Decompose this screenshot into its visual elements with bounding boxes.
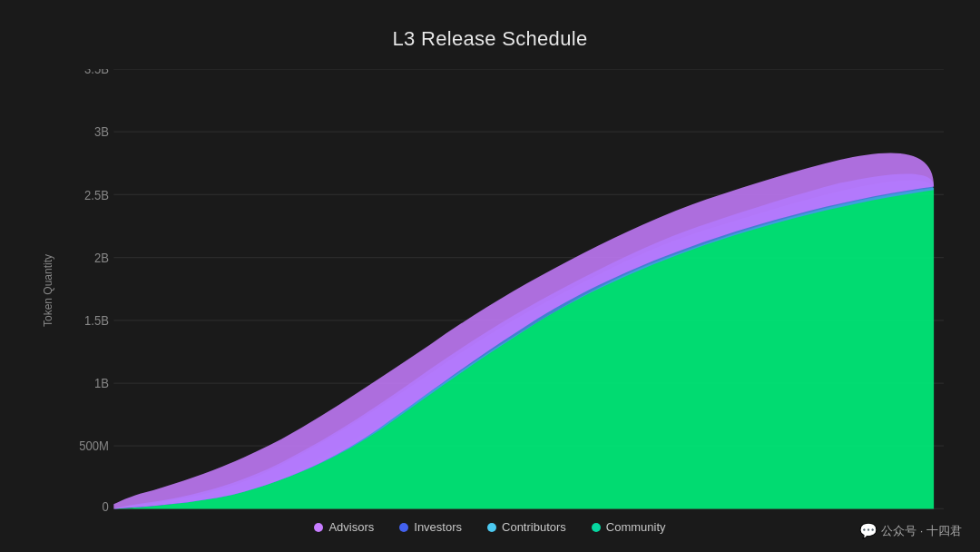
watermark: 💬 公众号 · 十四君	[859, 522, 962, 539]
chart-legend: Advisors Investors Contributors Communit…	[314, 520, 665, 534]
advisors-dot	[314, 523, 323, 532]
chart-svg: 3.5B 3B 2.5B 2B 1.5B 1B 500M 0	[54, 69, 944, 511]
svg-text:3.5B: 3.5B	[84, 69, 109, 76]
svg-text:1B: 1B	[94, 375, 109, 390]
legend-community: Community	[592, 520, 666, 534]
investors-label: Investors	[414, 520, 462, 534]
investors-dot	[399, 523, 408, 532]
legend-advisors: Advisors	[314, 520, 374, 534]
contributors-label: Contributors	[502, 520, 566, 534]
chart-area: Token Quantity 3.5B 3B 2.5B	[36, 69, 944, 511]
wechat-icon: 💬	[859, 522, 877, 539]
svg-text:500M: 500M	[79, 438, 109, 453]
chart-container: L3 Release Schedule Token Quantity 3.5B	[0, 0, 980, 552]
legend-contributors: Contributors	[487, 520, 566, 534]
svg-text:1.5B: 1.5B	[84, 312, 109, 328]
community-label: Community	[606, 520, 666, 534]
community-dot	[592, 523, 601, 532]
legend-investors: Investors	[399, 520, 462, 534]
chart-inner: 3.5B 3B 2.5B 2B 1.5B 1B 500M 0	[54, 69, 944, 511]
chart-plot: 3.5B 3B 2.5B 2B 1.5B 1B 500M 0	[54, 69, 944, 511]
chart-title: L3 Release Schedule	[393, 27, 588, 51]
svg-text:2B: 2B	[94, 250, 109, 265]
svg-text:2.5B: 2.5B	[84, 187, 109, 202]
svg-text:0: 0	[103, 498, 109, 511]
svg-text:3B: 3B	[94, 123, 109, 139]
y-axis-label: Token Quantity	[36, 69, 54, 511]
advisors-label: Advisors	[328, 520, 374, 534]
watermark-text: 公众号 · 十四君	[881, 523, 962, 539]
contributors-dot	[487, 523, 496, 532]
